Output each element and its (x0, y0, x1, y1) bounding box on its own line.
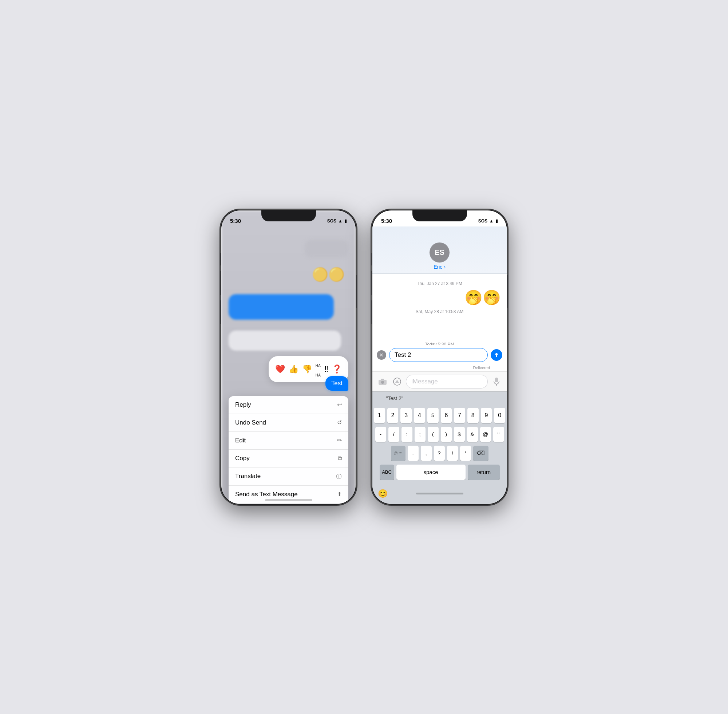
key-space[interactable]: space (396, 465, 466, 480)
key-1[interactable]: 1 (374, 408, 385, 423)
sendtext-icon: ⬆ (337, 491, 342, 498)
reaction-heart[interactable]: ❤️ (275, 364, 285, 374)
autocomplete-3[interactable] (462, 392, 507, 405)
menu-item-edit[interactable]: Edit ✏ (229, 432, 348, 450)
reaction-haha[interactable]: HAHA (316, 360, 321, 379)
status-icons-left: SOS ▲ ▮ (327, 219, 347, 224)
close-edit-button[interactable]: ✕ (377, 350, 386, 360)
key-ampersand[interactable]: & (467, 427, 478, 442)
key-rparen[interactable]: ) (441, 427, 452, 442)
key-lparen[interactable]: ( (428, 427, 439, 442)
imessage-input[interactable]: iMessage (406, 375, 488, 388)
menu-item-copy[interactable]: Copy ⧉ (229, 450, 348, 468)
home-indicator-right (416, 493, 463, 495)
reaction-exclaim[interactable]: ‼️ (324, 364, 328, 374)
power-button-right[interactable] (508, 275, 508, 308)
status-time-right: 5:30 (381, 218, 392, 224)
right-phone: 5:30 SOS ▲ ▮ ES Eric Thu, Jan 27 at 3:49… (371, 209, 508, 505)
sos-label: SOS (327, 219, 336, 224)
power-button[interactable] (357, 275, 357, 308)
autocomplete-bar[interactable]: "Test 2" (372, 392, 507, 405)
key-return[interactable]: return (468, 465, 500, 480)
undosend-icon: ↺ (337, 419, 342, 426)
key-5[interactable]: 5 (427, 408, 439, 423)
mic-button[interactable] (491, 376, 502, 387)
context-menu: Reply ↩ Undo Send ↺ Edit ✏ Copy ⧉ Transl… (229, 396, 348, 504)
mic-icon (494, 378, 499, 386)
key-dollar[interactable]: $ (454, 427, 465, 442)
key-backspace[interactable]: ⌫ (473, 446, 488, 461)
delivered-label: Delivered (372, 365, 507, 371)
key-7[interactable]: 7 (454, 408, 465, 423)
apps-icon (393, 378, 401, 386)
key-6[interactable]: 6 (441, 408, 452, 423)
key-quote[interactable]: " (493, 427, 504, 442)
appstore-button[interactable] (391, 376, 403, 387)
menu-undosend-label: Undo Send (235, 419, 266, 426)
keyboard: 1 2 3 4 5 6 7 8 9 0 - / : ; ( (372, 405, 507, 485)
emoji-button[interactable]: 😊 (375, 486, 390, 501)
reaction-question[interactable]: ❓ (332, 364, 342, 374)
bottom-bar: 😊 (372, 485, 507, 504)
key-exclaim[interactable]: ! (447, 446, 458, 461)
status-time-left: 5:30 (230, 218, 241, 224)
mute-button-right[interactable] (371, 253, 371, 266)
key-3[interactable]: 3 (400, 408, 412, 423)
volume-down-button-right[interactable] (371, 300, 371, 324)
menu-sendtext-label: Send as Text Message (235, 491, 298, 498)
keyboard-row-numbers: 1 2 3 4 5 6 7 8 9 0 (374, 408, 505, 423)
volume-down-button[interactable] (220, 300, 220, 324)
volume-up-button-right[interactable] (371, 271, 371, 295)
menu-item-reply[interactable]: Reply ↩ (229, 396, 348, 414)
battery-icon-right: ▮ (496, 219, 498, 224)
key-at[interactable]: @ (480, 427, 491, 442)
menu-reply-label: Reply (235, 401, 251, 408)
date-label-2: Sat, May 28 at 10:53 AM (378, 309, 501, 314)
send-icon (494, 352, 499, 357)
svg-rect-4 (495, 378, 498, 382)
contact-avatar[interactable]: ES (430, 243, 449, 262)
send-button[interactable] (491, 349, 502, 361)
menu-item-more[interactable]: More... ⊙ (229, 504, 348, 504)
edit-input[interactable] (389, 348, 488, 362)
keyboard-row-symbols: - / : ; ( ) $ & @ " (374, 427, 505, 442)
emoji-messages: 🤭🤭 (378, 289, 501, 306)
key-minus[interactable]: - (375, 427, 386, 442)
contact-name[interactable]: Eric (433, 264, 446, 270)
spacer (378, 317, 501, 339)
reaction-thumbdown[interactable]: 👎 (302, 364, 312, 374)
notch-right (412, 210, 467, 221)
camera-button[interactable] (377, 376, 388, 387)
key-slash[interactable]: / (388, 427, 399, 442)
key-period[interactable]: . (408, 446, 419, 461)
menu-item-undosend[interactable]: Undo Send ↺ (229, 414, 348, 432)
menu-edit-label: Edit (235, 437, 246, 444)
home-indicator-left (265, 499, 312, 501)
edit-icon: ✏ (337, 437, 342, 444)
menu-item-translate[interactable]: Translate ㊉ (229, 468, 348, 486)
autocomplete-2[interactable] (417, 392, 462, 405)
key-question[interactable]: ? (434, 446, 445, 461)
battery-icon: ▮ (345, 219, 347, 224)
reaction-thumbup[interactable]: 👍 (289, 364, 298, 374)
input-bar: iMessage (372, 371, 507, 392)
key-4[interactable]: 4 (414, 408, 425, 423)
left-phone: 5:30 SOS ▲ ▮ 🟡🟡 ❤️ 👍 👎 HAHA ‼️ (220, 209, 357, 505)
key-apostrophe[interactable]: ' (460, 446, 471, 461)
volume-up-button[interactable] (220, 271, 220, 295)
key-0[interactable]: 0 (494, 408, 505, 423)
blur-bubble-3 (229, 294, 334, 320)
key-2[interactable]: 2 (387, 408, 398, 423)
autocomplete-quoted[interactable]: "Test 2" (372, 392, 417, 405)
messages-area: Thu, Jan 27 at 3:49 PM 🤭🤭 Sat, May 28 at… (372, 274, 507, 345)
key-9[interactable]: 9 (481, 408, 492, 423)
keyboard-row-misc: #+= . , ? ! ' ⌫ (374, 446, 505, 461)
mute-button[interactable] (220, 253, 220, 266)
key-semicolon[interactable]: ; (415, 427, 425, 442)
key-8[interactable]: 8 (467, 408, 479, 423)
key-abc[interactable]: ABC (380, 465, 394, 480)
key-comma[interactable]: , (421, 446, 432, 461)
key-colon[interactable]: : (401, 427, 412, 442)
key-hashtag[interactable]: #+= (391, 446, 406, 461)
menu-copy-label: Copy (235, 455, 250, 462)
